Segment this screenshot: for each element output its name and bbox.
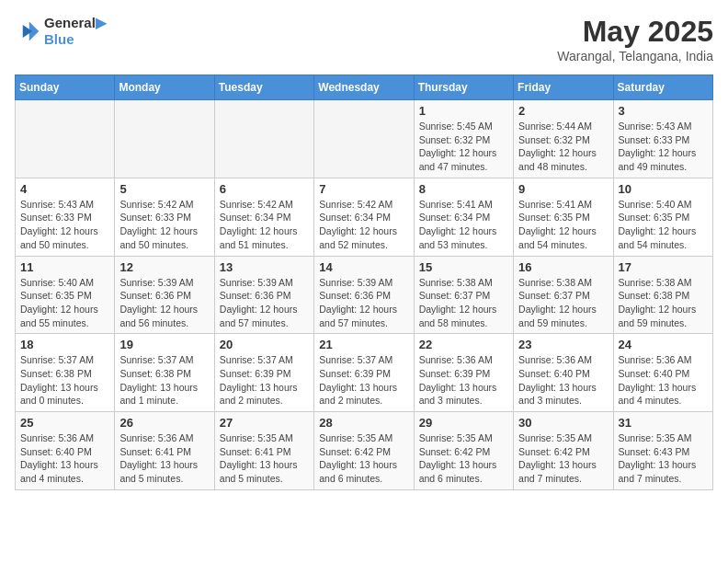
day-number: 10	[619, 182, 708, 196]
calendar-cell: 31Sunrise: 5:35 AM Sunset: 6:43 PM Dayli…	[613, 412, 712, 490]
day-number: 19	[119, 338, 209, 351]
day-number: 18	[20, 338, 109, 351]
calendar-cell: 8Sunrise: 5:41 AM Sunset: 6:34 PM Daylig…	[414, 178, 513, 256]
day-number: 4	[20, 182, 109, 196]
calendar-cell	[115, 100, 214, 178]
calendar-cell: 5Sunrise: 5:42 AM Sunset: 6:33 PM Daylig…	[115, 178, 214, 256]
day-number: 12	[119, 260, 209, 274]
day-info: Sunrise: 5:41 AM Sunset: 6:35 PM Dayligh…	[518, 198, 608, 252]
calendar-cell: 25Sunrise: 5:36 AM Sunset: 6:40 PM Dayli…	[16, 412, 115, 490]
day-info: Sunrise: 5:37 AM Sunset: 6:39 PM Dayligh…	[220, 353, 309, 408]
day-info: Sunrise: 5:39 AM Sunset: 6:36 PM Dayligh…	[220, 276, 309, 330]
calendar-cell: 23Sunrise: 5:36 AM Sunset: 6:40 PM Dayli…	[514, 334, 613, 412]
day-number: 30	[518, 416, 608, 430]
calendar-cell: 3Sunrise: 5:43 AM Sunset: 6:33 PM Daylig…	[613, 100, 712, 178]
calendar-header: SundayMondayTuesdayWednesdayThursdayFrid…	[16, 75, 713, 100]
calendar-cell: 20Sunrise: 5:37 AM Sunset: 6:39 PM Dayli…	[214, 334, 313, 412]
day-info: Sunrise: 5:39 AM Sunset: 6:36 PM Dayligh…	[319, 276, 408, 330]
calendar-cell: 18Sunrise: 5:37 AM Sunset: 6:38 PM Dayli…	[16, 334, 115, 412]
calendar-body: 1Sunrise: 5:45 AM Sunset: 6:32 PM Daylig…	[16, 100, 713, 490]
day-number: 24	[619, 338, 708, 351]
location-subtitle: Warangal, Telangana, India	[557, 49, 713, 63]
weekday-header-friday: Friday	[514, 75, 613, 100]
day-number: 28	[319, 416, 408, 430]
day-number: 27	[220, 416, 309, 430]
logo-text: General▶ Blue	[44, 15, 107, 48]
calendar-cell: 30Sunrise: 5:35 AM Sunset: 6:42 PM Dayli…	[514, 412, 613, 490]
calendar-cell	[214, 100, 313, 178]
month-year-title: May 2025	[557, 15, 713, 49]
day-info: Sunrise: 5:43 AM Sunset: 6:33 PM Dayligh…	[20, 198, 109, 252]
calendar-cell: 4Sunrise: 5:43 AM Sunset: 6:33 PM Daylig…	[16, 178, 115, 256]
calendar-cell: 13Sunrise: 5:39 AM Sunset: 6:36 PM Dayli…	[214, 256, 313, 334]
day-info: Sunrise: 5:35 AM Sunset: 6:42 PM Dayligh…	[419, 431, 508, 486]
day-info: Sunrise: 5:36 AM Sunset: 6:39 PM Dayligh…	[419, 353, 508, 408]
calendar-cell: 10Sunrise: 5:40 AM Sunset: 6:35 PM Dayli…	[613, 178, 712, 256]
day-info: Sunrise: 5:35 AM Sunset: 6:43 PM Dayligh…	[619, 431, 708, 486]
day-info: Sunrise: 5:38 AM Sunset: 6:37 PM Dayligh…	[518, 276, 608, 330]
day-info: Sunrise: 5:35 AM Sunset: 6:42 PM Dayligh…	[518, 431, 608, 486]
day-info: Sunrise: 5:37 AM Sunset: 6:38 PM Dayligh…	[119, 353, 209, 408]
day-info: Sunrise: 5:36 AM Sunset: 6:40 PM Dayligh…	[619, 353, 708, 408]
day-info: Sunrise: 5:35 AM Sunset: 6:42 PM Dayligh…	[319, 431, 408, 486]
calendar-cell: 26Sunrise: 5:36 AM Sunset: 6:41 PM Dayli…	[115, 412, 214, 490]
day-number: 25	[20, 416, 109, 430]
weekday-header-saturday: Saturday	[613, 75, 712, 100]
calendar-table: SundayMondayTuesdayWednesdayThursdayFrid…	[15, 75, 713, 490]
day-info: Sunrise: 5:38 AM Sunset: 6:37 PM Dayligh…	[419, 276, 508, 330]
day-info: Sunrise: 5:38 AM Sunset: 6:38 PM Dayligh…	[619, 276, 708, 330]
calendar-week-5: 25Sunrise: 5:36 AM Sunset: 6:40 PM Dayli…	[16, 412, 713, 490]
calendar-cell: 15Sunrise: 5:38 AM Sunset: 6:37 PM Dayli…	[414, 256, 513, 334]
day-info: Sunrise: 5:36 AM Sunset: 6:40 PM Dayligh…	[518, 353, 608, 408]
calendar-cell: 24Sunrise: 5:36 AM Sunset: 6:40 PM Dayli…	[613, 334, 712, 412]
logo: General▶ Blue	[15, 15, 107, 48]
day-info: Sunrise: 5:40 AM Sunset: 6:35 PM Dayligh…	[619, 198, 708, 252]
calendar-week-2: 4Sunrise: 5:43 AM Sunset: 6:33 PM Daylig…	[16, 178, 713, 256]
day-info: Sunrise: 5:45 AM Sunset: 6:32 PM Dayligh…	[419, 120, 508, 174]
day-number: 26	[119, 416, 209, 430]
day-info: Sunrise: 5:42 AM Sunset: 6:33 PM Dayligh…	[119, 198, 209, 252]
weekday-header-wednesday: Wednesday	[314, 75, 414, 100]
day-number: 15	[419, 260, 508, 274]
day-info: Sunrise: 5:37 AM Sunset: 6:39 PM Dayligh…	[319, 353, 408, 408]
day-info: Sunrise: 5:44 AM Sunset: 6:32 PM Dayligh…	[518, 120, 608, 174]
weekday-header-monday: Monday	[115, 75, 214, 100]
calendar-cell: 9Sunrise: 5:41 AM Sunset: 6:35 PM Daylig…	[514, 178, 613, 256]
calendar-cell: 7Sunrise: 5:42 AM Sunset: 6:34 PM Daylig…	[314, 178, 414, 256]
day-number: 13	[220, 260, 309, 274]
day-number: 21	[319, 338, 408, 351]
day-info: Sunrise: 5:36 AM Sunset: 6:41 PM Dayligh…	[119, 431, 209, 486]
calendar-cell: 2Sunrise: 5:44 AM Sunset: 6:32 PM Daylig…	[514, 100, 613, 178]
calendar-cell: 12Sunrise: 5:39 AM Sunset: 6:36 PM Dayli…	[115, 256, 214, 334]
weekday-header-tuesday: Tuesday	[214, 75, 313, 100]
calendar-cell: 14Sunrise: 5:39 AM Sunset: 6:36 PM Dayli…	[314, 256, 414, 334]
calendar-cell: 6Sunrise: 5:42 AM Sunset: 6:34 PM Daylig…	[214, 178, 313, 256]
calendar-cell: 29Sunrise: 5:35 AM Sunset: 6:42 PM Dayli…	[414, 412, 513, 490]
day-number: 9	[518, 182, 608, 196]
calendar-week-3: 11Sunrise: 5:40 AM Sunset: 6:35 PM Dayli…	[16, 256, 713, 334]
day-info: Sunrise: 5:42 AM Sunset: 6:34 PM Dayligh…	[319, 198, 408, 252]
day-number: 23	[518, 338, 608, 351]
calendar-cell: 11Sunrise: 5:40 AM Sunset: 6:35 PM Dayli…	[16, 256, 115, 334]
calendar-cell: 21Sunrise: 5:37 AM Sunset: 6:39 PM Dayli…	[314, 334, 414, 412]
day-info: Sunrise: 5:37 AM Sunset: 6:38 PM Dayligh…	[20, 353, 109, 408]
logo-icon	[15, 18, 40, 44]
calendar-cell: 1Sunrise: 5:45 AM Sunset: 6:32 PM Daylig…	[414, 100, 513, 178]
day-number: 31	[619, 416, 708, 430]
day-number: 20	[220, 338, 309, 351]
calendar-cell: 22Sunrise: 5:36 AM Sunset: 6:39 PM Dayli…	[414, 334, 513, 412]
weekday-header-sunday: Sunday	[16, 75, 115, 100]
calendar-cell: 28Sunrise: 5:35 AM Sunset: 6:42 PM Dayli…	[314, 412, 414, 490]
day-number: 11	[20, 260, 109, 274]
day-info: Sunrise: 5:41 AM Sunset: 6:34 PM Dayligh…	[419, 198, 508, 252]
day-info: Sunrise: 5:43 AM Sunset: 6:33 PM Dayligh…	[619, 120, 708, 174]
day-number: 14	[319, 260, 408, 274]
weekday-header-thursday: Thursday	[414, 75, 513, 100]
day-number: 8	[419, 182, 508, 196]
day-number: 17	[619, 260, 708, 274]
calendar-cell: 19Sunrise: 5:37 AM Sunset: 6:38 PM Dayli…	[115, 334, 214, 412]
day-number: 29	[419, 416, 508, 430]
day-info: Sunrise: 5:39 AM Sunset: 6:36 PM Dayligh…	[119, 276, 209, 330]
weekday-header-row: SundayMondayTuesdayWednesdayThursdayFrid…	[16, 75, 713, 100]
day-info: Sunrise: 5:42 AM Sunset: 6:34 PM Dayligh…	[220, 198, 309, 252]
